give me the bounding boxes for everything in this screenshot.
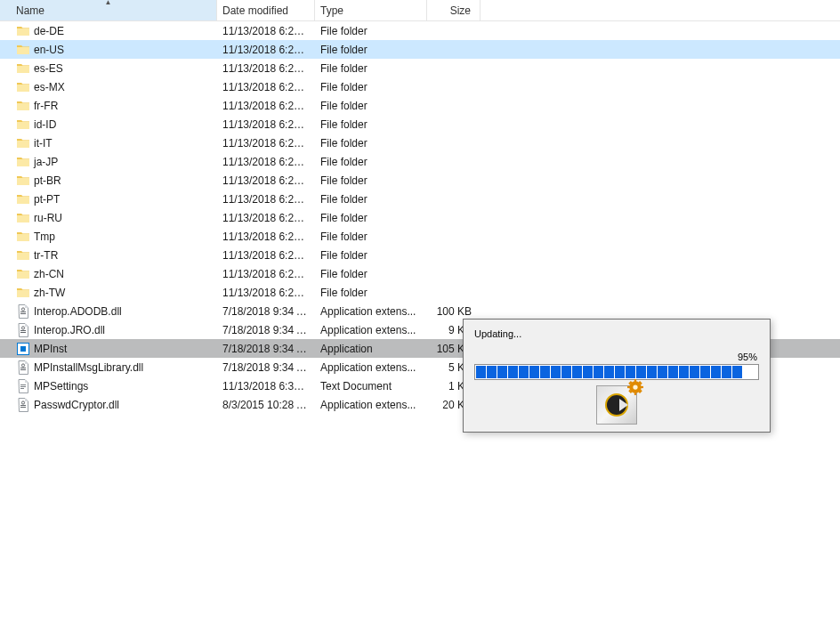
file-date: 11/13/2018 6:29 PM xyxy=(217,268,315,280)
file-type: File folder xyxy=(315,137,427,150)
file-name-cell: es-MX xyxy=(0,80,217,94)
file-name: zh-CN xyxy=(34,268,64,280)
progress-segment xyxy=(626,366,635,378)
file-name-cell: tr-TR xyxy=(0,248,217,263)
list-item[interactable]: de-DE11/13/2018 6:29 PMFile folder xyxy=(0,21,840,40)
file-size: 100 KB xyxy=(427,305,481,318)
list-item[interactable]: Interop.ADODB.dll7/18/2018 9:34 AMApplic… xyxy=(0,302,840,320)
folder-icon xyxy=(16,211,30,225)
file-date: 7/18/2018 9:34 AM xyxy=(217,324,315,336)
file-type: File folder xyxy=(315,118,427,131)
list-item[interactable]: ja-JP11/13/2018 6:29 PMFile folder xyxy=(0,152,840,171)
application-icon xyxy=(16,342,30,356)
file-name-cell: es-ES xyxy=(0,61,217,76)
file-name: MPSettings xyxy=(34,380,88,392)
progress-percent-label: 95% xyxy=(474,352,759,362)
file-date: 11/13/2018 6:29 PM xyxy=(217,249,315,262)
folder-icon xyxy=(16,192,30,206)
file-date: 11/13/2018 6:29 PM xyxy=(217,174,315,187)
list-item[interactable]: en-US11/13/2018 6:29 PMFile folder xyxy=(0,40,840,59)
file-name: es-ES xyxy=(34,62,63,75)
progress-segment xyxy=(636,366,646,378)
progress-segment xyxy=(711,366,721,378)
file-name-cell: zh-TW xyxy=(0,286,217,300)
progress-segment xyxy=(679,366,689,378)
file-name: PasswdCryptor.dll xyxy=(34,399,119,411)
progress-segment xyxy=(476,366,486,378)
file-name: MPInst xyxy=(34,343,67,355)
folder-icon xyxy=(16,155,30,169)
list-item[interactable]: es-ES11/13/2018 6:29 PMFile folder xyxy=(0,59,840,77)
progress-segment xyxy=(732,366,742,378)
list-item[interactable]: Tmp11/13/2018 6:29 PMFile folder xyxy=(0,227,840,246)
progress-segment xyxy=(668,366,678,378)
file-type: Application extens... xyxy=(315,361,427,374)
folder-icon xyxy=(16,117,30,132)
file-type: File folder xyxy=(315,25,427,37)
file-name: pt-PT xyxy=(34,193,60,206)
folder-icon xyxy=(16,80,30,94)
svg-rect-18 xyxy=(627,386,631,388)
svg-rect-3 xyxy=(20,330,26,331)
folder-icon xyxy=(16,230,30,244)
list-item[interactable]: id-ID11/13/2018 6:29 PMFile folder xyxy=(0,115,840,134)
progress-bar xyxy=(474,364,759,380)
progress-segment xyxy=(700,366,710,378)
list-item[interactable]: it-IT11/13/2018 6:29 PMFile folder xyxy=(0,134,840,152)
svg-rect-7 xyxy=(20,369,26,370)
file-type: File folder xyxy=(315,44,427,56)
column-header-size-label: Size xyxy=(450,4,471,17)
file-name: MPInstallMsgLibrary.dll xyxy=(34,361,143,374)
svg-rect-12 xyxy=(20,405,26,406)
progress-segment xyxy=(743,366,753,378)
list-item[interactable]: es-MX11/13/2018 6:29 PMFile folder xyxy=(0,77,840,96)
list-item[interactable]: zh-TW11/13/2018 6:29 PMFile folder xyxy=(0,283,840,302)
file-type: File folder xyxy=(315,156,427,168)
list-item[interactable]: pt-BR11/13/2018 6:29 PMFile folder xyxy=(0,171,840,190)
list-item[interactable]: fr-FR11/13/2018 6:29 PMFile folder xyxy=(0,96,840,115)
list-item[interactable]: ru-RU11/13/2018 6:29 PMFile folder xyxy=(0,208,840,227)
svg-rect-19 xyxy=(640,386,643,388)
folder-icon xyxy=(16,43,30,57)
file-date: 11/13/2018 6:29 PM xyxy=(217,156,315,168)
file-name-cell: id-ID xyxy=(0,117,217,132)
dll-file-icon xyxy=(16,304,30,319)
file-name-cell: Interop.ADODB.dll xyxy=(0,304,217,319)
column-header-row: ▲ Name Date modified Type Size xyxy=(0,0,840,21)
list-item[interactable]: zh-CN11/13/2018 6:29 PMFile folder xyxy=(0,264,840,283)
file-name-cell: ja-JP xyxy=(0,155,217,169)
dll-file-icon xyxy=(16,323,30,337)
dialog-title: Updating... xyxy=(474,328,759,339)
column-header-date[interactable]: Date modified xyxy=(217,0,315,20)
progress-segment xyxy=(658,366,667,378)
file-name: Interop.ADODB.dll xyxy=(34,305,122,318)
file-date: 7/18/2018 9:34 AM xyxy=(217,361,315,374)
folder-icon xyxy=(16,99,30,113)
file-type: File folder xyxy=(315,62,427,75)
progress-segment xyxy=(519,366,529,378)
file-name-cell: zh-CN xyxy=(0,267,217,281)
file-date: 11/13/2018 6:32 PM xyxy=(217,380,315,392)
svg-rect-9 xyxy=(20,384,26,385)
svg-rect-1 xyxy=(20,313,26,314)
file-name: en-US xyxy=(34,44,64,56)
list-item[interactable]: tr-TR11/13/2018 6:29 PMFile folder xyxy=(0,246,840,264)
file-name-cell: Interop.JRO.dll xyxy=(0,323,217,337)
list-item[interactable]: pt-PT11/13/2018 6:29 PMFile folder xyxy=(0,190,840,208)
file-date: 11/13/2018 6:29 PM xyxy=(217,25,315,37)
file-type: Application xyxy=(315,343,427,355)
svg-rect-10 xyxy=(20,386,26,387)
progress-segment xyxy=(604,366,614,378)
file-date: 11/13/2018 6:29 PM xyxy=(217,44,315,56)
column-header-size[interactable]: Size xyxy=(427,0,481,20)
file-date: 11/13/2018 6:29 PM xyxy=(217,118,315,131)
progress-segment xyxy=(551,366,561,378)
progress-segment xyxy=(540,366,550,378)
column-header-name[interactable]: ▲ Name xyxy=(0,0,217,20)
progress-segment xyxy=(487,366,497,378)
file-name: it-IT xyxy=(34,137,52,150)
progress-segment xyxy=(508,366,518,378)
file-name-cell: fr-FR xyxy=(0,99,217,113)
column-header-type[interactable]: Type xyxy=(315,0,427,20)
text-file-icon xyxy=(16,379,30,393)
